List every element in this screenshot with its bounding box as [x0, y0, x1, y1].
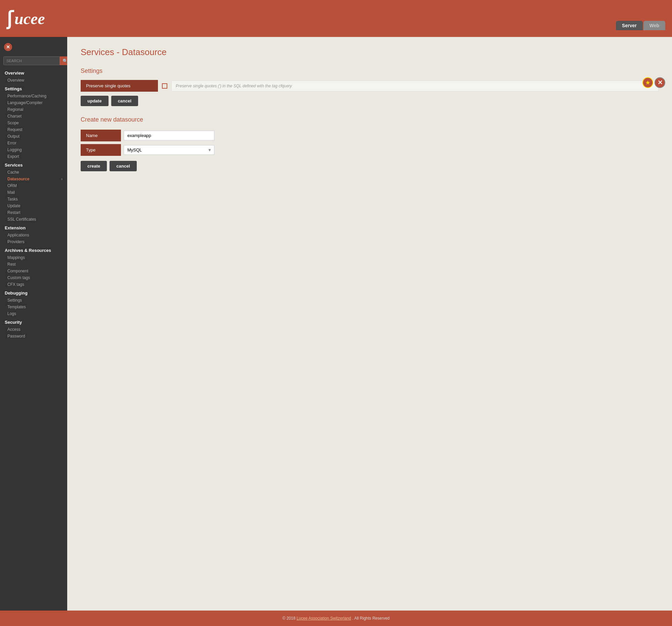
logo-icon: ʃ: [7, 8, 13, 29]
settings-btn-row: update cancel: [81, 96, 658, 106]
star-icon[interactable]: ★: [643, 77, 653, 88]
preserve-quotes-description: Preserve single quotes (') in the SQL de…: [171, 81, 658, 91]
sidebar-item-language[interactable]: Language/Compiler: [0, 99, 67, 106]
content-area: Services - Datasource Settings Preserve …: [67, 37, 672, 610]
sidebar-item-mappings[interactable]: Mappings: [0, 254, 67, 261]
sidebar-item-component[interactable]: Component: [0, 268, 67, 274]
nav-settings-header: Settings: [0, 84, 67, 93]
footer-text: © 2018: [282, 616, 296, 621]
sidebar-item-providers[interactable]: Providers: [0, 239, 67, 245]
footer-text-end: . All Rights Reserved: [352, 616, 389, 621]
update-button[interactable]: update: [81, 96, 109, 106]
nav-arrow: ›: [61, 177, 63, 181]
sidebar-item-ssl[interactable]: SSL Certificates: [0, 216, 67, 223]
sidebar: ✕ 🔍 Overview Overview Settings Performan…: [0, 37, 67, 610]
nav-debugging-header: Debugging: [0, 288, 67, 297]
preserve-quotes-label: Preserve single quotes: [81, 80, 158, 92]
create-btn-row: create cancel: [81, 161, 658, 171]
sidebar-item-templates[interactable]: Templates: [0, 304, 67, 310]
web-tab[interactable]: Web: [644, 21, 665, 30]
sidebar-item-applications[interactable]: Applications: [0, 232, 67, 239]
type-field-wrapper: MySQL PostgreSQL MSSQL Oracle H2 Other ▼: [121, 143, 217, 157]
create-button[interactable]: create: [81, 161, 107, 171]
header: ʃ ucee Server Web: [0, 0, 672, 37]
nav-services-header: Services: [0, 160, 67, 169]
sidebar-item-password[interactable]: Password: [0, 333, 67, 340]
header-tabs: Server Web: [616, 21, 665, 33]
nav-security-header: Security: [0, 317, 67, 326]
sidebar-item-cfx-tags[interactable]: CFX tags: [0, 281, 67, 288]
sidebar-item-request[interactable]: Request: [0, 126, 67, 133]
preserve-quotes-row: Preserve single quotes Preserve single q…: [81, 80, 658, 92]
settings-section: Settings Preserve single quotes Preserve…: [81, 68, 658, 106]
sidebar-item-rest[interactable]: Rest: [0, 261, 67, 268]
create-datasource-section: Create new datasource Name Type MySQL Po…: [81, 116, 658, 171]
sidebar-item-charset[interactable]: Charset: [0, 113, 67, 120]
main-layout: ✕ 🔍 Overview Overview Settings Performan…: [0, 37, 672, 610]
sidebar-item-export[interactable]: Export: [0, 153, 67, 160]
preserve-quotes-checkbox[interactable]: [162, 83, 167, 89]
sidebar-item-scope[interactable]: Scope: [0, 120, 67, 126]
sidebar-item-mail[interactable]: Mail: [0, 189, 67, 196]
search-bar: 🔍: [3, 56, 64, 65]
page-title: Services - Datasource: [81, 47, 658, 57]
settings-section-title: Settings: [81, 68, 658, 75]
name-row: Name: [81, 129, 658, 142]
name-field-wrapper: [121, 129, 217, 142]
sidebar-item-error[interactable]: Error: [0, 140, 67, 146]
nav-overview-header: Overview: [0, 68, 67, 77]
search-input[interactable]: [3, 56, 60, 65]
sidebar-item-logging[interactable]: Logging: [0, 146, 67, 153]
logo: ʃ ucee: [7, 8, 45, 29]
sidebar-item-access[interactable]: Access: [0, 326, 67, 333]
type-select-wrapper: MySQL PostgreSQL MSSQL Oracle H2 Other ▼: [124, 145, 214, 155]
sidebar-item-orm[interactable]: ORM: [0, 182, 67, 189]
top-icons: ★ ✕: [643, 77, 665, 88]
sidebar-item-custom-tags[interactable]: Custom tags: [0, 274, 67, 281]
sidebar-item-overview[interactable]: Overview: [0, 77, 67, 84]
footer-link[interactable]: Lucee Association Switzerland: [297, 616, 351, 621]
create-section-title: Create new datasource: [81, 116, 658, 123]
sidebar-item-output[interactable]: Output: [0, 133, 67, 140]
create-cancel-button[interactable]: cancel: [110, 161, 137, 171]
nav-extension-header: Extension: [0, 223, 67, 232]
sidebar-item-performance[interactable]: Performance/Caching: [0, 93, 67, 99]
sidebar-item-restart[interactable]: Restart: [0, 209, 67, 216]
sidebar-item-logs[interactable]: Logs: [0, 310, 67, 317]
home-icon[interactable]: ✕: [4, 43, 12, 51]
content-wrapper: ★ ✕ Services - Datasource Settings Prese…: [67, 37, 672, 610]
logo-text: ucee: [15, 9, 45, 28]
sidebar-item-datasource[interactable]: Datasource ›: [0, 176, 67, 182]
type-select[interactable]: MySQL PostgreSQL MSSQL Oracle H2 Other: [124, 145, 214, 155]
preserve-quotes-value: [158, 81, 171, 91]
type-row: Type MySQL PostgreSQL MSSQL Oracle H2 Ot…: [81, 143, 658, 157]
footer: © 2018 Lucee Association Switzerland . A…: [0, 610, 672, 626]
sidebar-item-debug-settings[interactable]: Settings: [0, 297, 67, 304]
type-label: Type: [81, 144, 121, 156]
settings-cancel-button[interactable]: cancel: [111, 96, 138, 106]
sidebar-item-regional[interactable]: Regional: [0, 106, 67, 113]
sidebar-item-tasks[interactable]: Tasks: [0, 196, 67, 202]
sidebar-item-update[interactable]: Update: [0, 202, 67, 209]
sidebar-item-cache[interactable]: Cache: [0, 169, 67, 176]
nav-archives-header: Archives & Resources: [0, 245, 67, 254]
close-icon[interactable]: ✕: [654, 77, 665, 88]
name-input[interactable]: [124, 131, 214, 141]
name-label: Name: [81, 130, 121, 142]
server-tab[interactable]: Server: [616, 21, 643, 30]
